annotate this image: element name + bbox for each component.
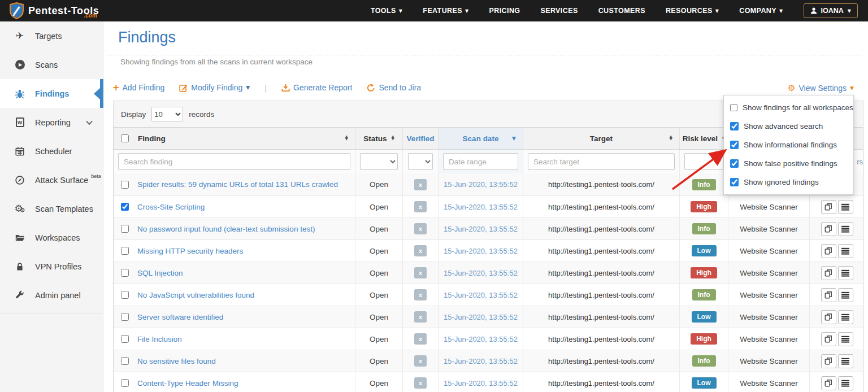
option-checkbox[interactable]	[730, 122, 739, 130]
finding-link[interactable]: No password input found (clear-text subm…	[137, 225, 315, 233]
duplicate-finding-button[interactable]	[821, 376, 836, 390]
navbar-item-resources[interactable]: RESOURCES▼	[666, 7, 719, 15]
view-settings-option-show-findings-for-all-workspaces[interactable]: Show findings for all workspaces	[724, 98, 853, 117]
column-header-target[interactable]: Target ▲▼	[523, 128, 680, 149]
brand-logo[interactable]: Pentest-Tools .com	[0, 2, 97, 19]
row-checkbox[interactable]	[121, 357, 129, 365]
finding-link[interactable]: SQL Injection	[137, 269, 183, 277]
scan-date-link[interactable]: 15-Jun-2020, 13:55:52	[444, 225, 518, 233]
finding-link[interactable]: No JavaScript vulnerabilities found	[137, 291, 254, 299]
finding-details-button[interactable]	[838, 354, 853, 368]
column-header-scan-date[interactable]: Scan date ▼	[439, 128, 523, 149]
duplicate-finding-button[interactable]	[821, 200, 836, 214]
not-verified-badge[interactable]: x	[414, 355, 427, 367]
reset-filters-link-fragment[interactable]: rs	[857, 158, 863, 166]
not-verified-badge[interactable]: x	[414, 201, 427, 212]
add-finding-button[interactable]: + Add Finding	[113, 83, 164, 92]
duplicate-finding-button[interactable]	[821, 266, 836, 280]
sidebar-item-vpn-profiles[interactable]: VPN Profiles	[0, 252, 103, 281]
view-settings-option-show-false-positive-findings[interactable]: Show false positive findings	[724, 154, 853, 173]
view-settings-option-show-ignored-findings[interactable]: Show ignored findings	[724, 173, 853, 191]
navbar-item-company[interactable]: COMPANY▼	[739, 7, 783, 15]
finding-link[interactable]: Spider results: 59 dynamic URLs of total…	[137, 180, 338, 189]
not-verified-badge[interactable]: x	[414, 245, 427, 256]
scan-date-link[interactable]: 15-Jun-2020, 13:55:52	[444, 269, 518, 277]
row-checkbox[interactable]	[121, 313, 129, 321]
search-finding-input[interactable]	[118, 153, 350, 170]
column-header-risk-level[interactable]: Risk level ▲▼	[680, 128, 728, 149]
user-menu-button[interactable]: IOANA▼	[804, 3, 858, 18]
duplicate-finding-button[interactable]	[821, 222, 836, 236]
column-header-finding[interactable]: Finding ▲▼	[114, 128, 355, 149]
finding-details-button[interactable]	[838, 376, 853, 390]
finding-details-button[interactable]	[838, 266, 853, 280]
option-checkbox[interactable]	[730, 178, 739, 186]
column-header-status[interactable]: Status ▲▼	[355, 128, 403, 149]
finding-link[interactable]: No sensitive files found	[137, 357, 216, 365]
row-checkbox[interactable]	[121, 269, 129, 277]
view-settings-option-show-advanced-search[interactable]: Show advanced search	[724, 117, 853, 136]
not-verified-badge[interactable]: x	[414, 289, 427, 300]
navbar-item-features[interactable]: FEATURES▼	[423, 7, 468, 15]
not-verified-badge[interactable]: x	[414, 223, 427, 234]
sidebar-item-targets[interactable]: ✈ Targets	[0, 21, 103, 50]
sidebar-item-scan-templates[interactable]: ⚙⚙ Scan Templates	[0, 194, 103, 223]
sort-desc-icon[interactable]: ▼	[512, 136, 516, 141]
row-checkbox[interactable]	[121, 203, 129, 211]
scan-date-link[interactable]: 15-Jun-2020, 13:55:52	[444, 247, 518, 255]
sidebar-item-attack-surface[interactable]: Attack Surface beta	[0, 165, 103, 194]
sidebar-item-scans[interactable]: ▶ Scans	[0, 50, 103, 79]
finding-details-button[interactable]	[838, 310, 853, 324]
view-settings-option-show-informational-findings[interactable]: Show informational findings	[724, 136, 853, 154]
finding-link[interactable]: Content-Type Header Missing	[137, 379, 238, 387]
finding-link[interactable]: Cross-Site Scripting	[137, 203, 205, 211]
finding-details-button[interactable]	[838, 332, 853, 346]
scan-date-link[interactable]: 15-Jun-2020, 13:55:52	[444, 357, 518, 365]
not-verified-badge[interactable]: x	[414, 377, 427, 389]
modify-finding-button[interactable]: Modify Finding ▼	[179, 83, 250, 92]
finding-link[interactable]: Missing HTTP security headers	[137, 247, 243, 255]
finding-details-button[interactable]	[838, 288, 853, 302]
search-target-input[interactable]	[528, 153, 675, 170]
option-checkbox[interactable]	[730, 159, 739, 168]
sidebar-item-workspaces[interactable]: Workspaces	[0, 223, 103, 252]
select-all-checkbox[interactable]	[121, 134, 129, 142]
option-checkbox[interactable]	[730, 103, 737, 112]
scan-date-link[interactable]: 15-Jun-2020, 13:55:52	[444, 291, 518, 299]
navbar-item-customers[interactable]: CUSTOMERS	[598, 7, 645, 15]
not-verified-badge[interactable]: x	[414, 267, 427, 278]
not-verified-badge[interactable]: x	[414, 311, 427, 323]
scan-date-link[interactable]: 15-Jun-2020, 13:55:52	[444, 203, 518, 211]
row-checkbox[interactable]	[121, 291, 129, 299]
finding-link[interactable]: File Inclusion	[137, 335, 182, 343]
row-checkbox[interactable]	[121, 335, 129, 343]
sidebar-item-scheduler[interactable]: Scheduler	[0, 137, 103, 165]
navbar-item-services[interactable]: SERVICES	[540, 7, 578, 15]
scan-date-link[interactable]: 15-Jun-2020, 13:55:52	[444, 180, 518, 189]
sidebar-item-admin-panel[interactable]: Admin panel	[0, 281, 103, 310]
row-checkbox[interactable]	[121, 181, 129, 189]
column-header-verified[interactable]: Verified	[403, 128, 439, 149]
duplicate-finding-button[interactable]	[821, 310, 836, 324]
not-verified-badge[interactable]: x	[414, 333, 427, 345]
scan-date-link[interactable]: 15-Jun-2020, 13:55:52	[444, 313, 518, 321]
row-checkbox[interactable]	[121, 225, 129, 233]
finding-details-button[interactable]	[838, 222, 853, 236]
sidebar-item-reporting[interactable]: W Reporting	[0, 108, 103, 137]
verified-filter-select[interactable]	[408, 153, 433, 170]
date-range-input[interactable]	[443, 153, 518, 170]
sort-icon[interactable]: ▲▼	[391, 136, 394, 141]
finding-details-button[interactable]	[838, 200, 853, 214]
duplicate-finding-button[interactable]	[821, 354, 836, 368]
scan-date-link[interactable]: 15-Jun-2020, 13:55:52	[444, 335, 518, 343]
finding-link[interactable]: Server software identified	[137, 313, 223, 321]
not-verified-badge[interactable]: x	[414, 179, 427, 190]
generate-report-button[interactable]: Generate Report	[281, 83, 352, 92]
sort-icon[interactable]: ▲▼	[670, 136, 672, 141]
navbar-item-tools[interactable]: TOOLS▼	[371, 7, 402, 15]
duplicate-finding-button[interactable]	[821, 244, 836, 258]
duplicate-finding-button[interactable]	[821, 332, 836, 346]
scan-date-link[interactable]: 15-Jun-2020, 13:55:52	[444, 379, 518, 387]
row-checkbox[interactable]	[121, 379, 129, 387]
option-checkbox[interactable]	[730, 141, 739, 149]
